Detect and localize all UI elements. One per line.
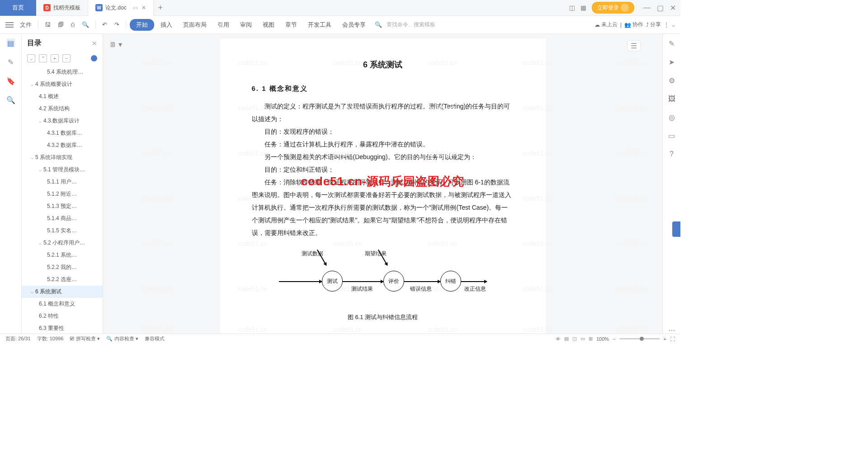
outline-item[interactable]: 6.1 概念和意义: [22, 298, 103, 310]
preview-icon[interactable]: 🔍: [79, 19, 92, 30]
save-icon[interactable]: 🖫: [42, 19, 53, 30]
outline-item[interactable]: 4.1 概述: [22, 90, 103, 103]
tab-window-icon[interactable]: ▭: [133, 5, 138, 11]
share-button[interactable]: ⤴ 分享: [646, 21, 661, 28]
cursor-icon[interactable]: ➤: [669, 58, 675, 66]
collapse-all-icon[interactable]: ⌵: [27, 54, 35, 62]
compass-icon[interactable]: ◎: [669, 113, 675, 122]
page-indicator[interactable]: 页面: 26/31: [5, 335, 31, 342]
outline-item[interactable]: ⌵4.3.数据库设计: [22, 115, 103, 127]
outline-item[interactable]: ⌵5 系统详细实现: [22, 151, 103, 164]
minimize-icon[interactable]: —: [643, 4, 651, 12]
promote-icon[interactable]: +: [51, 54, 59, 62]
outline-item[interactable]: 5.1.2 附近…: [22, 188, 103, 200]
login-button[interactable]: 立即登录: [592, 2, 634, 14]
outline-item[interactable]: 5.1.4 商品…: [22, 212, 103, 225]
eye-icon[interactable]: 👁: [556, 336, 561, 342]
outline-item[interactable]: ⌵5.1 管理员模块…: [22, 164, 103, 176]
undo-icon[interactable]: ↶: [99, 19, 110, 30]
fullscreen-icon[interactable]: ⛶: [670, 336, 675, 342]
tab-label: 论文.doc: [105, 4, 127, 12]
content-check[interactable]: 🔍 内容检查 ▾: [106, 335, 138, 342]
outline-item[interactable]: 5.1.5 实名…: [22, 225, 103, 237]
zoom-value[interactable]: 100%: [596, 336, 609, 342]
para-settings-icon[interactable]: ☰: [627, 40, 641, 51]
redo-icon[interactable]: ↷: [112, 19, 122, 30]
tab-devtools[interactable]: 开发工具: [303, 19, 336, 31]
help-icon[interactable]: ?: [670, 150, 674, 158]
tab-start[interactable]: 开始: [130, 19, 154, 31]
tab-review[interactable]: 审阅: [236, 19, 256, 31]
outline-item[interactable]: 4.2 系统结构: [22, 103, 103, 115]
pen-icon[interactable]: ✎: [669, 39, 675, 48]
search-input[interactable]: 查找命令、搜索模板: [387, 21, 435, 28]
tab-layout[interactable]: 页面布局: [179, 19, 211, 31]
spell-check[interactable]: 🗹 拼写检查 ▾: [70, 335, 100, 342]
tab-view[interactable]: 视图: [258, 19, 279, 31]
outline-item[interactable]: 4.3.1 数据库…: [22, 127, 103, 139]
tab-reference[interactable]: 引用: [213, 19, 234, 31]
cloud-status[interactable]: ☁ 未上云: [594, 21, 618, 28]
outline-item[interactable]: 5.4 系统机理…: [22, 66, 103, 78]
view-outline-icon[interactable]: ◫: [572, 336, 577, 342]
view-page-icon[interactable]: ▤: [564, 336, 569, 342]
watermark-bg: code51.cn: [618, 147, 647, 160]
file-menu[interactable]: 文件: [17, 19, 34, 31]
grid-icon[interactable]: ▦: [580, 4, 586, 11]
demote-icon[interactable]: −: [62, 54, 71, 62]
zoom-in-icon[interactable]: +: [664, 336, 666, 342]
menu-icon[interactable]: [5, 22, 14, 28]
layout-icon[interactable]: ◫: [569, 4, 575, 11]
outline-item[interactable]: 4.3.2 数据库…: [22, 139, 103, 151]
avatar-icon: [621, 4, 629, 12]
page-action-icon[interactable]: 🗎 ▾: [109, 40, 122, 49]
tab-template[interactable]: D 找稻壳模板: [36, 0, 88, 16]
tab-insert[interactable]: 插入: [156, 19, 177, 31]
expand-all-icon[interactable]: ⌃: [39, 54, 47, 62]
maximize-icon[interactable]: ▢: [657, 4, 664, 12]
more-icon[interactable]: ⋮: [664, 22, 669, 28]
tab-bar: 首页 D 找稻壳模板 W 论文.doc ▭ ✕ + ◫ ▦ 立即登录 — ▢ ✕: [0, 0, 680, 16]
brush-icon[interactable]: ✎: [6, 57, 15, 66]
image-icon[interactable]: 🖼: [668, 95, 675, 103]
bookmark-icon[interactable]: 🔖: [6, 76, 15, 85]
side-pull-icon[interactable]: [672, 221, 680, 237]
heading-1: 6 系统测试: [252, 56, 514, 73]
search-side-icon[interactable]: 🔍: [6, 95, 15, 104]
outline-item[interactable]: 6.3 重要性: [22, 322, 103, 334]
collapse-icon[interactable]: ⌵: [672, 22, 675, 28]
outline-list[interactable]: 5.4 系统机理…⌵4 系统概要设计4.1 概述4.2 系统结构⌵4.3.数据库…: [22, 66, 103, 334]
collab-button[interactable]: 👥 协作: [624, 21, 643, 28]
settings-icon[interactable]: ⚙: [669, 76, 675, 85]
tab-chapter[interactable]: 章节: [281, 19, 302, 31]
outline-item[interactable]: ⌵5.2 小程序用户…: [22, 237, 103, 249]
zoom-slider[interactable]: [619, 338, 660, 339]
view-web-icon[interactable]: ▭: [580, 336, 585, 342]
outline-item[interactable]: 6.2 特性: [22, 310, 103, 322]
outline-item[interactable]: ⌵4 系统概要设计: [22, 78, 103, 90]
close-window-icon[interactable]: ✕: [670, 4, 676, 12]
tab-label: 找稻壳模板: [53, 4, 80, 12]
print-icon[interactable]: ⎙: [68, 19, 77, 30]
document-area[interactable]: 🗎 ▾ ☰ code51.cncode51.cncode51.cncode51.…: [103, 34, 662, 334]
outline-item[interactable]: 5.1.1 用户…: [22, 176, 103, 188]
outline-item[interactable]: 5.2.2 选座…: [22, 273, 103, 286]
outline-item[interactable]: 5.2.1 系统…: [22, 249, 103, 261]
outline-icon[interactable]: ▤: [6, 38, 15, 47]
tab-add[interactable]: +: [154, 3, 167, 13]
tab-vip[interactable]: 会员专享: [338, 19, 370, 31]
diagram-caption: 图 6.1 测试与纠错信息流程: [252, 311, 514, 323]
outline-close-icon[interactable]: ✕: [92, 40, 97, 47]
save-format-icon[interactable]: 🗐: [55, 19, 66, 30]
watermark-bg: code51.cn: [618, 323, 647, 334]
tab-home[interactable]: 首页: [0, 0, 36, 16]
tab-document[interactable]: W 论文.doc ▭ ✕: [88, 0, 154, 16]
outline-item[interactable]: 5.1.3 预定…: [22, 200, 103, 212]
zoom-out-icon[interactable]: −: [613, 336, 615, 342]
outline-item[interactable]: 5.2.2 我的…: [22, 261, 103, 273]
view-read-icon[interactable]: ⊞: [589, 336, 593, 342]
word-count[interactable]: 字数: 10996: [37, 335, 64, 342]
reading-icon[interactable]: ▭: [668, 132, 675, 140]
outline-item[interactable]: ⌵6 系统测试: [22, 286, 103, 298]
close-icon[interactable]: ✕: [142, 5, 146, 11]
